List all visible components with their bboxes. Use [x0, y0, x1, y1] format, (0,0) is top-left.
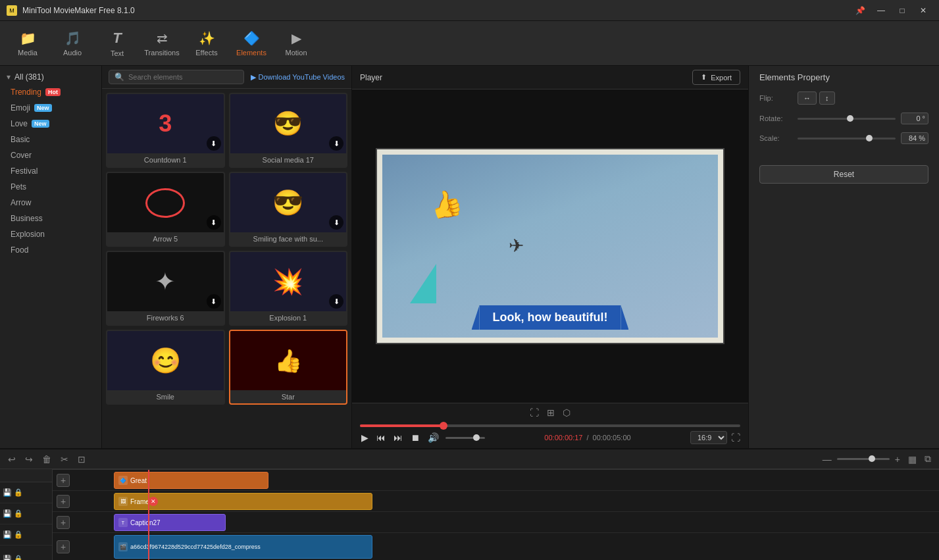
track-lock-icon[interactable]: 🔒 — [14, 488, 23, 497]
pin-button[interactable]: 📌 — [851, 4, 869, 17]
toolbar-media[interactable]: 📁 Media — [7, 24, 49, 63]
element-explosion1[interactable]: 💥 ⬇ Explosion 1 — [229, 251, 348, 326]
element-social17[interactable]: 😎 ⬇ Social media 17 — [229, 93, 348, 168]
basic-label: Basic — [11, 135, 30, 144]
track-save-icon4[interactable]: 💾 — [3, 555, 12, 560]
redo-button[interactable]: ↪ — [22, 453, 36, 466]
track-lock-icon3[interactable]: 🔒 — [14, 530, 23, 539]
smilingface-thumb: 😎 ⬇ — [230, 173, 347, 232]
play-button[interactable]: ▶ — [360, 431, 370, 444]
volume-slider[interactable] — [445, 437, 485, 439]
track-add-btn-video[interactable]: + — [57, 540, 70, 553]
search-box[interactable]: 🔍 — [109, 70, 244, 84]
next-button[interactable]: ⏭ — [392, 431, 404, 444]
download-youtube-link[interactable]: ▶ Download YouTube Videos — [251, 73, 345, 82]
reset-button[interactable]: Reset — [759, 165, 928, 184]
element-countdown1[interactable]: 3 ⬇ Countdown 1 — [106, 93, 225, 168]
toolbar-effects[interactable]: ✨ Effects — [186, 24, 228, 63]
export-button[interactable]: ⬆ Export — [692, 70, 740, 85]
countdown1-download[interactable]: ⬇ — [207, 136, 221, 151]
track-save-icon2[interactable]: 💾 — [3, 509, 12, 518]
toolbar-elements[interactable]: 🔷 Elements — [230, 24, 272, 63]
zoom-in-button[interactable]: + — [892, 453, 903, 466]
category-basic[interactable]: Basic — [0, 132, 101, 147]
cut-button[interactable]: ✂ — [58, 453, 71, 466]
clip-great[interactable]: 🔷 Great — [114, 472, 268, 489]
arrow5-download[interactable]: ⬇ — [207, 215, 221, 230]
category-festival[interactable]: Festival — [0, 163, 101, 179]
clip-caption27[interactable]: T Caption27 — [114, 514, 226, 531]
explosion1-download[interactable]: ⬇ — [329, 294, 343, 309]
preview-plane: ✈ — [509, 235, 524, 257]
scale-slider[interactable] — [798, 138, 896, 140]
category-cover[interactable]: Cover — [0, 147, 101, 163]
fireworks6-label: Fireworks 6 — [107, 311, 224, 324]
volume-button[interactable]: 🔊 — [426, 431, 440, 444]
progress-bar[interactable] — [360, 424, 740, 427]
category-food[interactable]: Food — [0, 242, 101, 258]
player-tab: Player — [360, 73, 382, 82]
preview-fullscreen-btn[interactable]: ⊞ — [547, 407, 555, 418]
timeline-view-button[interactable]: ▦ — [905, 453, 919, 466]
zoom-slider[interactable] — [837, 458, 890, 460]
zoom-out-button[interactable]: — — [820, 453, 834, 466]
smilingface-label: Smiling face with su... — [230, 232, 347, 245]
category-emoji[interactable]: Emoji New — [0, 100, 101, 116]
preview-resize-btn[interactable]: ⛶ — [530, 407, 539, 418]
element-fireworks6[interactable]: ✦ ⬇ Fireworks 6 — [106, 251, 225, 326]
element-smilingface[interactable]: 😎 ⬇ Smiling face with su... — [229, 172, 348, 247]
track-add-btn-caption[interactable]: + — [57, 516, 70, 529]
arrow5-shape — [145, 188, 185, 218]
motion-icon: ▶ — [292, 30, 301, 46]
social17-download[interactable]: ⬇ — [329, 136, 343, 151]
category-business[interactable]: Business — [0, 211, 101, 226]
category-explosion[interactable]: Explosion — [0, 226, 101, 242]
track-add-btn-emoji[interactable]: + — [57, 474, 70, 487]
elements-toolbar: 🔍 ▶ Download YouTube Videos — [102, 66, 351, 89]
rotate-slider[interactable] — [798, 118, 896, 120]
toolbar-audio[interactable]: 🎵 Audio — [51, 24, 93, 63]
smilingface-download[interactable]: ⬇ — [329, 215, 343, 230]
emoji-label: Emoji — [11, 103, 30, 113]
fullscreen-button[interactable]: ⛶ — [731, 432, 740, 443]
fireworks6-download[interactable]: ⬇ — [207, 294, 221, 309]
element-arrow5[interactable]: ⬇ Arrow 5 — [106, 172, 225, 247]
all-categories-header[interactable]: ▾ All (381) — [0, 70, 101, 84]
preview-share-btn[interactable]: ⬡ — [563, 407, 571, 418]
category-love[interactable]: Love New — [0, 116, 101, 132]
category-pets[interactable]: Pets — [0, 179, 101, 195]
timeline-split-button[interactable]: ⧉ — [922, 452, 934, 466]
clip-caption-icon: T — [118, 518, 128, 527]
track-lock-icon4[interactable]: 🔒 — [14, 555, 23, 560]
element-smile[interactable]: 😊 Smile — [106, 330, 225, 405]
scale-row: Scale: — [759, 132, 928, 144]
track-save-icon3[interactable]: 💾 — [3, 530, 12, 539]
close-button[interactable]: ✕ — [914, 4, 932, 17]
element-star[interactable]: 👍 Star — [229, 330, 348, 405]
category-trending[interactable]: Trending Hot — [0, 84, 101, 100]
social17-label: Social media 17 — [230, 153, 347, 166]
delete-button[interactable]: 🗑 — [39, 453, 54, 466]
rotate-value[interactable] — [901, 113, 928, 124]
flip-vertical-button[interactable]: ↕ — [819, 91, 835, 105]
toolbar-transitions[interactable]: ⇄ Transitions — [141, 24, 183, 63]
clip-video[interactable]: 🎬 a66cd3f9674228d529ccd77425defd28_compr… — [114, 535, 372, 559]
crop-button[interactable]: ⊡ — [75, 453, 88, 466]
search-input[interactable] — [128, 73, 238, 81]
toolbar-motion[interactable]: ▶ Motion — [275, 24, 317, 63]
category-arrow[interactable]: Arrow — [0, 195, 101, 211]
flip-horizontal-button[interactable]: ↔ — [798, 91, 817, 105]
scale-value[interactable] — [901, 132, 928, 144]
clip-frame3[interactable]: 🖼 Frame 3 ✕ — [114, 493, 372, 510]
timeline-toolbar: ↩ ↪ 🗑 ✂ ⊡ — + ▦ ⧉ — [0, 449, 939, 469]
minimize-button[interactable]: — — [872, 4, 890, 17]
track-lock-icon2[interactable]: 🔒 — [14, 509, 23, 518]
track-add-btn-frame[interactable]: + — [57, 495, 70, 508]
track-save-icon[interactable]: 💾 — [3, 488, 12, 497]
maximize-button[interactable]: □ — [893, 4, 911, 17]
aspect-ratio-select[interactable]: 16:9 — [690, 431, 727, 444]
prev-button[interactable]: ⏮ — [375, 431, 387, 444]
undo-button[interactable]: ↩ — [5, 453, 18, 466]
toolbar-text[interactable]: T Text — [96, 24, 138, 63]
stop-button[interactable]: ⏹ — [409, 431, 421, 444]
